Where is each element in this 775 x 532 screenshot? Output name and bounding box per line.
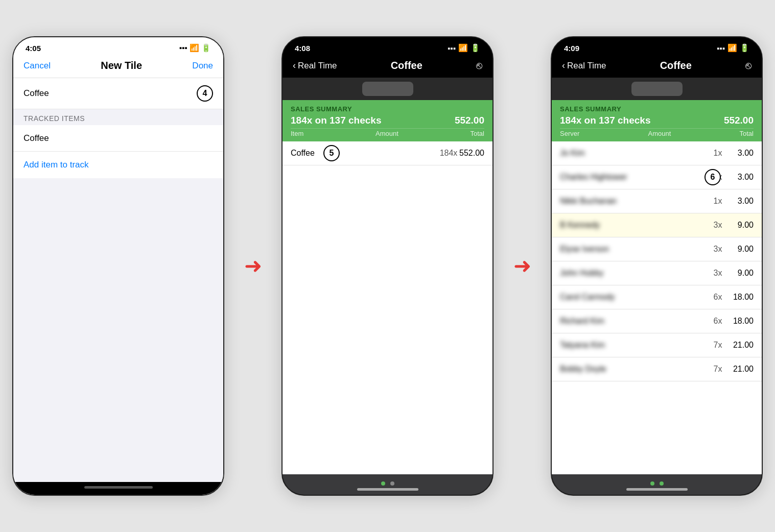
phone-screen-1: 4:05 ▪▪▪ 📶 🔋 Cancel New Tile Done Coffee… <box>12 36 224 496</box>
segment-control-2[interactable] <box>362 82 413 96</box>
home-indicator-1 <box>84 486 153 489</box>
tracked-items-section: Coffee <box>13 125 223 152</box>
summary-checks-2: 184x on 137 checks <box>291 115 381 126</box>
coffee-main-item[interactable]: Coffee 4 <box>13 78 223 109</box>
server-name-3: B Kennedy <box>560 221 708 230</box>
phone-screen-2: 4:08 ▪▪▪ 📶 🔋 ‹ Real Time Coffee ⎋ SALES … <box>281 36 494 496</box>
summary-cols-3: Server Amount Total <box>560 128 754 138</box>
table-row-1: Charles Hightower 6 1x 3.00 <box>552 165 762 189</box>
dot-2 <box>390 481 394 486</box>
table-row-8: Tatyana Kim 7x 21.00 <box>552 333 762 357</box>
server-amount-8: 7x <box>708 341 728 350</box>
server-name-2: Nikki Buchanan <box>560 197 708 206</box>
nav-title-3: Coffee <box>660 60 692 71</box>
arrow-2-container: ➜ <box>502 255 543 277</box>
nav-bar-2: ‹ Real Time Coffee ⎋ <box>283 56 492 78</box>
table-content-2: Coffee 5 184x 552.00 <box>283 141 492 474</box>
server-name-5: John Hubby <box>560 269 708 278</box>
segment-bar-3 <box>552 78 762 100</box>
bottom-bar-3 <box>552 474 762 495</box>
server-total-9: 21.00 <box>728 365 754 374</box>
home-bar-1 <box>13 482 223 495</box>
server-name-0: Jo Kim <box>560 149 708 158</box>
back-button-2[interactable]: ‹ Real Time <box>293 60 337 71</box>
badge-6: 6 <box>704 169 721 185</box>
share-icon-3[interactable]: ⎋ <box>745 60 751 71</box>
col-server-3: Server <box>560 130 579 137</box>
server-name-1: Charles Hightower <box>560 173 708 182</box>
home-indicator-2 <box>357 488 418 491</box>
coffee-row-total: 552.00 <box>459 149 484 158</box>
status-time-1: 4:05 <box>26 44 41 53</box>
summary-checks-3: 184x on 137 checks <box>560 115 650 126</box>
server-total-3: 9.00 <box>728 221 754 230</box>
col-total-2: Total <box>471 130 484 137</box>
summary-total-2: 552.00 <box>455 115 484 126</box>
server-total-4: 9.00 <box>728 245 754 254</box>
bottom-bar-2 <box>283 474 492 495</box>
back-button-3[interactable]: ‹ Real Time <box>562 60 606 71</box>
phone-screen-3: 4:09 ▪▪▪ 📶 🔋 ‹ Real Time Coffee ⎋ SALES … <box>551 36 763 496</box>
summary-cols-2: Item Amount Total <box>291 128 484 138</box>
server-total-6: 18.00 <box>728 293 754 302</box>
status-time-3: 4:09 <box>564 44 579 53</box>
arrow-1-container: ➜ <box>232 255 273 277</box>
add-item-link[interactable]: Add item to track <box>24 160 89 170</box>
dot-2-active-3 <box>660 481 664 486</box>
coffee-main-label: Coffee <box>24 88 49 99</box>
table-content-3: Jo Kim 1x 3.00 Charles Hightower 6 1x 3.… <box>552 141 762 474</box>
coffee-tracked-label: Coffee <box>24 133 49 143</box>
server-name-8: Tatyana Kim <box>560 341 708 350</box>
segment-bar-2 <box>283 78 492 100</box>
coffee-tracked-item[interactable]: Coffee <box>13 125 223 152</box>
home-indicator-3 <box>626 488 688 491</box>
summary-main-row-2: 184x on 137 checks 552.00 <box>291 113 484 128</box>
table-row-4: Elyse Iverson 3x 9.00 <box>552 237 762 261</box>
server-amount-4: 3x <box>708 245 728 254</box>
segment-control-3[interactable] <box>631 82 683 96</box>
col-total-3: Total <box>740 130 754 137</box>
status-icons-2: ▪▪▪ 📶 🔋 <box>448 43 480 53</box>
table-row-5: John Hubby 3x 9.00 <box>552 261 762 285</box>
col-item-2: Item <box>291 130 303 137</box>
server-total-2: 3.00 <box>728 197 754 206</box>
status-bar-2: 4:08 ▪▪▪ 📶 🔋 <box>283 37 492 56</box>
server-name-7: Richard Kim <box>560 317 708 326</box>
status-icons-1: ▪▪▪ 📶 🔋 <box>179 43 211 53</box>
done-button[interactable]: Done <box>192 61 213 71</box>
back-label-3: Real Time <box>567 61 606 71</box>
table-row-0: Jo Kim 1x 3.00 <box>552 141 762 165</box>
server-total-8: 21.00 <box>728 341 754 350</box>
dot-1-active-3 <box>650 481 654 486</box>
summary-total-3: 552.00 <box>724 115 754 126</box>
nav-bar-1: Cancel New Tile Done <box>13 56 223 78</box>
server-amount-5: 3x <box>708 269 728 278</box>
coffee-section: Coffee 4 <box>13 78 223 109</box>
summary-title-2: SALES SUMMARY <box>291 105 484 113</box>
table-row-coffee: Coffee 5 184x 552.00 <box>283 141 492 165</box>
table-row-3: B Kennedy 3x 9.00 <box>552 213 762 237</box>
status-time-2: 4:08 <box>295 44 310 53</box>
table-row-9: Bobby Doyle 7x 21.00 <box>552 357 762 381</box>
battery-icon: 🔋 <box>201 43 211 52</box>
summary-header-2: SALES SUMMARY 184x on 137 checks 552.00 … <box>283 100 492 141</box>
server-total-7: 18.00 <box>728 317 754 326</box>
nav-bar-3: ‹ Real Time Coffee ⎋ <box>552 56 762 78</box>
col-amount-2: Amount <box>375 130 398 137</box>
add-item-row[interactable]: Add item to track <box>13 152 223 178</box>
coffee-row-name: Coffee <box>291 149 438 158</box>
screen1-content: Coffee 4 Tracked Items Coffee Add item t… <box>13 78 223 482</box>
summary-header-3: SALES SUMMARY 184x on 137 checks 552.00 … <box>552 100 762 141</box>
add-item-section: Add item to track <box>13 152 223 178</box>
wifi-icon-3: 📶 <box>727 43 737 53</box>
share-icon-2[interactable]: ⎋ <box>476 60 482 71</box>
battery-icon-2: 🔋 <box>471 43 480 53</box>
cancel-button[interactable]: Cancel <box>24 61 51 71</box>
chevron-left-icon-2: ‹ <box>293 60 296 71</box>
server-total-0: 3.00 <box>728 149 754 158</box>
summary-title-3: SALES SUMMARY <box>560 105 754 113</box>
server-name-6: Carol Carmody <box>560 293 708 302</box>
signal-icon-3: ▪▪▪ <box>717 44 725 53</box>
status-bar-1: 4:05 ▪▪▪ 📶 🔋 <box>13 37 223 56</box>
summary-main-row-3: 184x on 137 checks 552.00 <box>560 113 754 128</box>
